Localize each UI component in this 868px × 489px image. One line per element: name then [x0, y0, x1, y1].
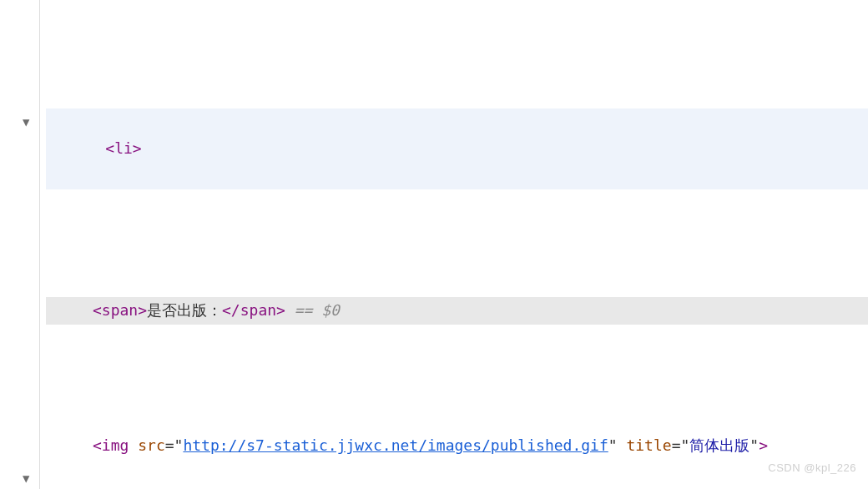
- element-span-publish[interactable]: <span>是否出版：</span> == $0: [46, 297, 868, 324]
- element-img-1[interactable]: <img src="http://s7-static.jjwxc.net/ima…: [46, 432, 868, 459]
- element-li-open[interactable]: ▼<li>: [46, 108, 868, 189]
- watermark: CSDN @kpl_226: [768, 458, 856, 477]
- expand-icon[interactable]: ▼: [23, 108, 29, 135]
- expand-icon[interactable]: ▼: [23, 468, 29, 489]
- code-tree: ▼<li> <span>是否出版：</span> == $0 <img src=…: [0, 0, 868, 489]
- url-link[interactable]: http://s7-static.jjwxc.net/images/publis…: [183, 436, 608, 454]
- gutter: [0, 0, 40, 489]
